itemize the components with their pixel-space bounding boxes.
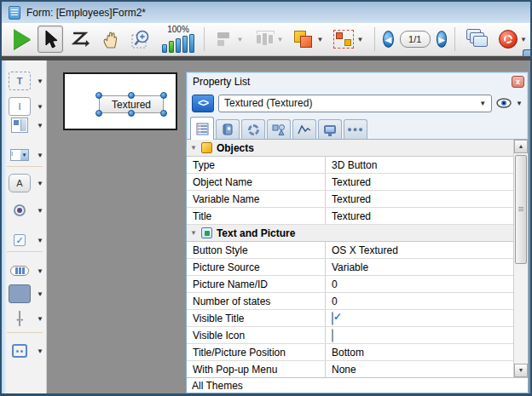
- tab-objects[interactable]: [267, 119, 291, 139]
- property-row[interactable]: Title Textured: [187, 208, 513, 225]
- property-row[interactable]: Title/Picture Position Bottom: [187, 344, 513, 361]
- section-text-and-picture[interactable]: ▼ Text and Picture: [187, 225, 513, 242]
- property-value[interactable]: 0: [326, 278, 513, 290]
- property-row[interactable]: Button Style OS X Textured: [187, 242, 513, 259]
- property-value[interactable]: 0: [326, 296, 513, 307]
- tab-more[interactable]: ●●●: [344, 119, 367, 139]
- property-value[interactable]: Textured: [326, 176, 513, 188]
- property-value[interactable]: OS X Textured: [326, 244, 513, 256]
- property-row[interactable]: Type 3D Button: [187, 157, 513, 174]
- property-row[interactable]: Object Name Textured: [187, 174, 513, 191]
- chevron-down-icon[interactable]: ▼: [37, 315, 43, 323]
- zoom-bar[interactable]: [176, 38, 181, 53]
- tab-events[interactable]: [292, 119, 316, 139]
- property-row[interactable]: Picture Name/ID 0: [187, 276, 513, 293]
- zoom-bars-icon[interactable]: [162, 34, 194, 53]
- chevron-down-icon[interactable]: ▼: [37, 267, 43, 275]
- chevron-down-icon[interactable]: ▼: [37, 347, 43, 355]
- zoom-bar[interactable]: [162, 44, 167, 53]
- zoom-bar[interactable]: [182, 36, 188, 53]
- text-tool[interactable]: T▼: [9, 70, 46, 92]
- play-icon: [14, 29, 31, 49]
- tab-gear[interactable]: [241, 119, 265, 139]
- property-row[interactable]: Number of states 0: [187, 293, 513, 310]
- pointer-tool-button[interactable]: [38, 26, 63, 53]
- property-value[interactable]: Variable: [326, 261, 513, 273]
- chevron-down-icon[interactable]: ▼: [356, 36, 363, 43]
- rectangle-tool[interactable]: ▼: [9, 283, 46, 305]
- tab-display[interactable]: [318, 119, 342, 139]
- chevron-down-icon[interactable]: ▼: [37, 207, 43, 215]
- property-row[interactable]: Picture Source Variable: [187, 259, 513, 276]
- list-box-tool[interactable]: ▼: [9, 114, 46, 136]
- view-options-button[interactable]: ▼: [496, 98, 523, 108]
- selection-handle[interactable]: [95, 110, 102, 117]
- chevron-down-icon[interactable]: ▼: [37, 152, 43, 159]
- disclosure-triangle-icon[interactable]: ▼: [190, 144, 197, 152]
- zoom-bar[interactable]: [189, 34, 194, 53]
- disclosure-triangle-icon[interactable]: ▼: [190, 229, 197, 237]
- zoom-scale-widget[interactable]: 100%: [162, 26, 194, 53]
- radio-button-tool[interactable]: ▼: [9, 199, 46, 221]
- button-tool[interactable]: A▼: [9, 172, 46, 194]
- chevron-down-icon[interactable]: ▼: [37, 290, 43, 298]
- scroll-up-button[interactable]: ▲: [514, 140, 528, 153]
- scrollbar-thumb[interactable]: [515, 155, 527, 264]
- selection-handle[interactable]: [160, 92, 167, 99]
- tab-data-source[interactable]: [216, 119, 240, 139]
- selection-handle[interactable]: [128, 92, 135, 99]
- close-button[interactable]: x: [512, 76, 524, 88]
- tab-property-list[interactable]: [190, 117, 214, 140]
- level-object-button[interactable]: ▼: [290, 26, 327, 53]
- visible-title-checkbox[interactable]: [332, 312, 333, 325]
- move-tool-button[interactable]: [97, 26, 124, 53]
- plug-in-area-tool[interactable]: ▼: [9, 340, 46, 362]
- entry-order-tool-button[interactable]: [66, 26, 94, 53]
- chevron-down-icon: ▼: [277, 36, 284, 43]
- property-row[interactable]: Visible Icon: [187, 327, 513, 344]
- next-page-button[interactable]: ▶: [437, 31, 448, 48]
- toolbar: 100% ▼ ▼ ▼ ▼ ◀ 1/1 ▶: [2, 23, 530, 56]
- combo-box-tool[interactable]: I▼: [9, 144, 46, 166]
- scrollbar-track[interactable]: [514, 153, 528, 364]
- chevron-down-icon[interactable]: ▼: [516, 100, 523, 107]
- selection-handle[interactable]: [128, 110, 135, 117]
- property-row[interactable]: Variable Name Textured: [187, 191, 513, 208]
- visible-icon-checkbox[interactable]: [332, 329, 333, 342]
- previous-page-button[interactable]: ◀: [383, 31, 394, 48]
- ellipsis-icon: ●●●: [347, 125, 363, 134]
- selection-handle[interactable]: [95, 92, 102, 99]
- section-objects[interactable]: ▼ Objects: [187, 140, 513, 157]
- object-nav-buttons[interactable]: <>: [192, 95, 214, 112]
- chevron-down-icon[interactable]: ▼: [316, 36, 323, 43]
- property-row[interactable]: With Pop-up Menu None: [187, 361, 513, 377]
- form-pages-button[interactable]: [463, 26, 492, 53]
- chevron-down-icon[interactable]: ▼: [37, 237, 43, 244]
- zoom-bar-current[interactable]: [169, 41, 174, 53]
- button-grid-tool[interactable]: ▼: [9, 260, 46, 282]
- splitter-tool[interactable]: ▼: [9, 307, 46, 330]
- property-value[interactable]: Textured: [326, 193, 513, 205]
- object-selector-dropdown[interactable]: Textured (Textured) ▼: [218, 95, 492, 112]
- property-value[interactable]: Textured: [326, 210, 513, 222]
- selection-handle[interactable]: [160, 110, 167, 117]
- title-bar[interactable]: Form: [Employees]Form2*: [2, 2, 530, 23]
- property-row[interactable]: Visible Title: [187, 310, 513, 327]
- property-value[interactable]: 3D Button: [326, 159, 513, 171]
- form-canvas[interactable]: Textured: [63, 72, 177, 130]
- group-object-button[interactable]: ▼: [330, 26, 367, 53]
- run-form-button[interactable]: [10, 26, 34, 53]
- chevron-down-icon[interactable]: ▼: [520, 36, 527, 43]
- property-list-header[interactable]: Property List x: [187, 72, 528, 90]
- zoom-tool-button[interactable]: [128, 26, 157, 53]
- vertical-scrollbar[interactable]: ▲ ▼: [513, 140, 528, 377]
- chevron-down-icon[interactable]: ▼: [37, 122, 43, 129]
- scroll-down-button[interactable]: ▼: [514, 364, 528, 377]
- chevron-down-icon[interactable]: ▼: [37, 103, 43, 111]
- check-box-tool[interactable]: ✓▼: [9, 229, 46, 251]
- chevron-down-icon[interactable]: ▼: [37, 77, 43, 85]
- property-value[interactable]: Bottom: [326, 347, 513, 359]
- themes-footer[interactable]: All Themes: [187, 378, 528, 393]
- property-value[interactable]: None: [326, 364, 513, 376]
- chevron-down-icon[interactable]: ▼: [37, 180, 43, 187]
